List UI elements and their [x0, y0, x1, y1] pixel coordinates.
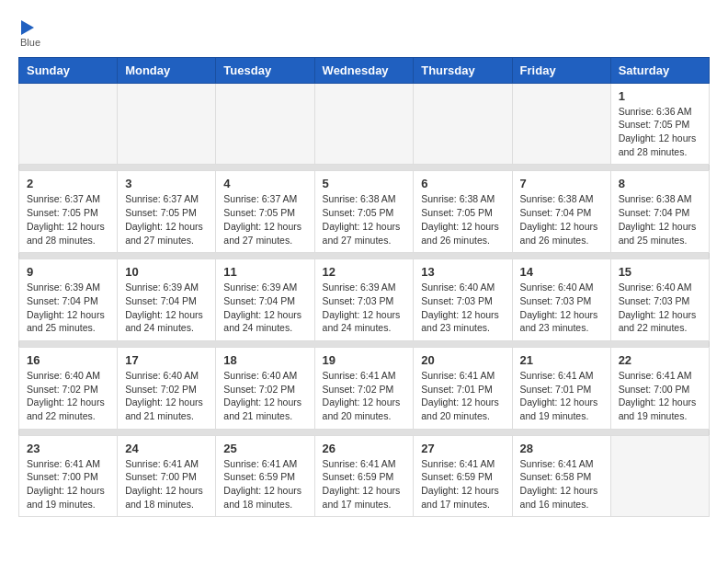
- week-row: 9Sunrise: 6:39 AM Sunset: 7:04 PM Daylig…: [19, 259, 710, 341]
- day-header-friday: Friday: [512, 57, 610, 83]
- day-cell: [118, 83, 216, 165]
- day-cell: [414, 83, 512, 165]
- day-info: Sunrise: 6:39 AM Sunset: 7:04 PM Dayligh…: [223, 281, 306, 335]
- day-header-sunday: Sunday: [19, 57, 118, 83]
- day-info: Sunrise: 6:41 AM Sunset: 7:01 PM Dayligh…: [421, 369, 504, 423]
- day-header-tuesday: Tuesday: [216, 57, 314, 83]
- svg-marker-0: [21, 20, 34, 35]
- day-info: Sunrise: 6:37 AM Sunset: 7:05 PM Dayligh…: [223, 192, 306, 247]
- logo: Blue: [18, 18, 40, 48]
- day-cell: 4Sunrise: 6:37 AM Sunset: 7:05 PM Daylig…: [216, 171, 314, 253]
- day-header-saturday: Saturday: [610, 57, 709, 83]
- day-cell: 27Sunrise: 6:41 AM Sunset: 6:59 PM Dayli…: [414, 435, 512, 517]
- day-cell: 7Sunrise: 6:38 AM Sunset: 7:04 PM Daylig…: [512, 171, 610, 253]
- day-info: Sunrise: 6:38 AM Sunset: 7:05 PM Dayligh…: [421, 192, 504, 247]
- day-cell: 18Sunrise: 6:40 AM Sunset: 7:02 PM Dayli…: [216, 347, 314, 429]
- calendar: SundayMondayTuesdayWednesdayThursdayFrid…: [18, 57, 710, 518]
- day-cell: 3Sunrise: 6:37 AM Sunset: 7:05 PM Daylig…: [118, 171, 216, 253]
- day-number: 16: [27, 353, 109, 367]
- day-cell: 10Sunrise: 6:39 AM Sunset: 7:04 PM Dayli…: [118, 259, 216, 341]
- day-number: 4: [223, 177, 306, 190]
- day-info: Sunrise: 6:41 AM Sunset: 7:00 PM Dayligh…: [125, 457, 208, 511]
- week-row: 2Sunrise: 6:37 AM Sunset: 7:05 PM Daylig…: [19, 171, 710, 253]
- day-info: Sunrise: 6:39 AM Sunset: 7:04 PM Dayligh…: [125, 281, 208, 335]
- day-info: Sunrise: 6:41 AM Sunset: 7:00 PM Dayligh…: [27, 457, 109, 511]
- day-cell: 11Sunrise: 6:39 AM Sunset: 7:04 PM Dayli…: [216, 259, 314, 341]
- day-number: 14: [520, 265, 603, 279]
- logo-tagline: Blue: [18, 37, 40, 48]
- day-number: 27: [421, 442, 504, 455]
- day-info: Sunrise: 6:40 AM Sunset: 7:02 PM Dayligh…: [223, 369, 306, 423]
- day-info: Sunrise: 6:40 AM Sunset: 7:03 PM Dayligh…: [421, 281, 504, 335]
- day-cell: 20Sunrise: 6:41 AM Sunset: 7:01 PM Dayli…: [414, 347, 512, 429]
- day-cell: 24Sunrise: 6:41 AM Sunset: 7:00 PM Dayli…: [118, 435, 216, 517]
- day-number: 13: [421, 265, 504, 279]
- day-info: Sunrise: 6:40 AM Sunset: 7:02 PM Dayligh…: [125, 369, 208, 423]
- day-number: 11: [223, 265, 306, 279]
- day-cell: 14Sunrise: 6:40 AM Sunset: 7:03 PM Dayli…: [512, 259, 610, 341]
- day-cell: 26Sunrise: 6:41 AM Sunset: 6:59 PM Dayli…: [314, 435, 414, 517]
- day-number: 8: [619, 177, 701, 190]
- day-number: 10: [125, 265, 208, 279]
- day-cell: 12Sunrise: 6:39 AM Sunset: 7:03 PM Dayli…: [314, 259, 414, 341]
- day-number: 12: [323, 265, 406, 279]
- day-cell: 28Sunrise: 6:41 AM Sunset: 6:58 PM Dayli…: [512, 435, 610, 517]
- day-info: Sunrise: 6:37 AM Sunset: 7:05 PM Dayligh…: [27, 192, 109, 247]
- day-info: Sunrise: 6:38 AM Sunset: 7:04 PM Dayligh…: [619, 192, 701, 247]
- day-cell: 22Sunrise: 6:41 AM Sunset: 7:00 PM Dayli…: [610, 347, 709, 429]
- week-spacer: [19, 165, 710, 171]
- day-cell: 21Sunrise: 6:41 AM Sunset: 7:01 PM Dayli…: [512, 347, 610, 429]
- day-number: 3: [125, 177, 208, 190]
- week-row: 16Sunrise: 6:40 AM Sunset: 7:02 PM Dayli…: [19, 347, 710, 429]
- day-info: Sunrise: 6:39 AM Sunset: 7:03 PM Dayligh…: [323, 281, 406, 335]
- day-info: Sunrise: 6:37 AM Sunset: 7:05 PM Dayligh…: [125, 192, 208, 247]
- day-number: 9: [27, 265, 109, 279]
- day-cell: [512, 83, 610, 165]
- day-cell: 1Sunrise: 6:36 AM Sunset: 7:05 PM Daylig…: [610, 83, 709, 165]
- day-number: 20: [421, 353, 504, 367]
- week-spacer: [19, 340, 710, 347]
- day-cell: 15Sunrise: 6:40 AM Sunset: 7:03 PM Dayli…: [610, 259, 709, 341]
- day-info: Sunrise: 6:41 AM Sunset: 7:01 PM Dayligh…: [520, 369, 603, 423]
- week-spacer: [19, 253, 710, 259]
- day-info: Sunrise: 6:41 AM Sunset: 7:00 PM Dayligh…: [619, 369, 701, 423]
- day-header-thursday: Thursday: [414, 57, 512, 83]
- day-number: 19: [323, 353, 406, 367]
- week-row: 1Sunrise: 6:36 AM Sunset: 7:05 PM Daylig…: [19, 83, 710, 165]
- day-number: 17: [125, 353, 208, 367]
- day-cell: [216, 83, 314, 165]
- day-number: 1: [619, 89, 701, 103]
- week-row: 23Sunrise: 6:41 AM Sunset: 7:00 PM Dayli…: [19, 435, 710, 517]
- day-info: Sunrise: 6:41 AM Sunset: 6:59 PM Dayligh…: [421, 457, 504, 511]
- day-cell: 17Sunrise: 6:40 AM Sunset: 7:02 PM Dayli…: [118, 347, 216, 429]
- day-number: 24: [125, 442, 208, 455]
- day-info: Sunrise: 6:41 AM Sunset: 6:59 PM Dayligh…: [323, 457, 406, 511]
- day-cell: 19Sunrise: 6:41 AM Sunset: 7:02 PM Dayli…: [314, 347, 414, 429]
- day-info: Sunrise: 6:41 AM Sunset: 6:58 PM Dayligh…: [520, 457, 603, 511]
- day-cell: [19, 83, 118, 165]
- header: Blue: [18, 18, 710, 48]
- day-cell: 9Sunrise: 6:39 AM Sunset: 7:04 PM Daylig…: [19, 259, 118, 341]
- day-info: Sunrise: 6:40 AM Sunset: 7:03 PM Dayligh…: [619, 281, 701, 335]
- day-info: Sunrise: 6:41 AM Sunset: 6:59 PM Dayligh…: [223, 457, 306, 511]
- day-number: 5: [323, 177, 406, 190]
- day-cell: 8Sunrise: 6:38 AM Sunset: 7:04 PM Daylig…: [610, 171, 709, 253]
- day-header-monday: Monday: [118, 57, 216, 83]
- day-number: 21: [520, 353, 603, 367]
- day-info: Sunrise: 6:40 AM Sunset: 7:02 PM Dayligh…: [27, 369, 109, 423]
- day-cell: 25Sunrise: 6:41 AM Sunset: 6:59 PM Dayli…: [216, 435, 314, 517]
- day-cell: 6Sunrise: 6:38 AM Sunset: 7:05 PM Daylig…: [414, 171, 512, 253]
- day-cell: [610, 435, 709, 517]
- day-number: 23: [27, 442, 109, 455]
- day-cell: 5Sunrise: 6:38 AM Sunset: 7:05 PM Daylig…: [314, 171, 414, 253]
- week-spacer: [19, 429, 710, 435]
- day-cell: 16Sunrise: 6:40 AM Sunset: 7:02 PM Dayli…: [19, 347, 118, 429]
- day-cell: [314, 83, 414, 165]
- day-number: 2: [27, 177, 109, 190]
- day-number: 28: [520, 442, 603, 455]
- day-info: Sunrise: 6:36 AM Sunset: 7:05 PM Dayligh…: [619, 105, 701, 159]
- calendar-header-row: SundayMondayTuesdayWednesdayThursdayFrid…: [19, 57, 710, 83]
- day-cell: 13Sunrise: 6:40 AM Sunset: 7:03 PM Dayli…: [414, 259, 512, 341]
- day-info: Sunrise: 6:39 AM Sunset: 7:04 PM Dayligh…: [27, 281, 109, 335]
- day-cell: 23Sunrise: 6:41 AM Sunset: 7:00 PM Dayli…: [19, 435, 118, 517]
